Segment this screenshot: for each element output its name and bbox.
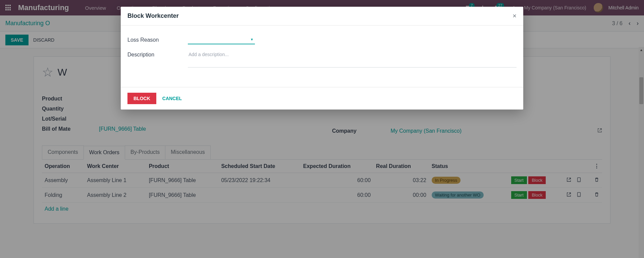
- modal-title: Block Workcenter: [127, 12, 179, 19]
- description-input[interactable]: [188, 50, 517, 68]
- description-label: Description: [127, 50, 188, 68]
- cancel-button[interactable]: CANCEL: [162, 96, 182, 101]
- block-button[interactable]: BLOCK: [127, 93, 156, 104]
- modal-overlay: Block Workcenter × Loss Reason ▼ Descrip…: [0, 0, 644, 232]
- close-icon[interactable]: ×: [513, 12, 517, 20]
- loss-reason-input[interactable]: [188, 36, 255, 44]
- loss-reason-label: Loss Reason: [127, 36, 188, 44]
- block-workcenter-modal: Block Workcenter × Loss Reason ▼ Descrip…: [121, 7, 523, 110]
